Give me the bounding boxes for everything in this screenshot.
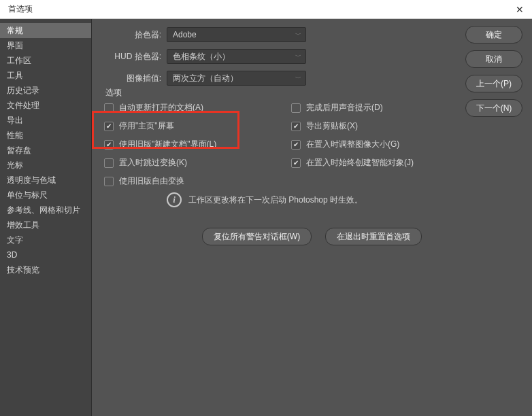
cancel-button[interactable]: 取消 (465, 50, 522, 68)
picker-select[interactable]: Adobe ﹀ (167, 27, 306, 42)
option-smart-object-on-place[interactable]: ✔ 在置入时始终创建智能对象(J) (291, 157, 525, 169)
sidebar-item-units[interactable]: 单位与标尺 (0, 188, 91, 203)
sidebar-item-history[interactable]: 历史记录 (0, 83, 91, 98)
dialog-buttons: 确定 取消 上一个(P) 下一个(N) (465, 26, 522, 117)
option-label: 导出剪贴板(X) (306, 120, 358, 132)
checkbox-icon[interactable]: ✔ (291, 140, 301, 150)
option-label: 置入时跳过变换(K) (119, 157, 187, 169)
interp-row: 图像插值: 两次立方（自动） ﹀ (99, 71, 525, 86)
options-grid: ✔ 自动更新打开的文档(A) ✔ 完成后用声音提示(D) ✔ 停用"主页"屏幕 … (99, 102, 525, 187)
sidebar-item-performance[interactable]: 性能 (0, 128, 91, 143)
option-legacy-new-doc[interactable]: ✔ 使用旧版"新建文档"界面(L) (104, 139, 291, 150)
option-label: 使用旧版"新建文档"界面(L) (119, 139, 216, 150)
chevron-down-icon: ﹀ (295, 31, 301, 39)
checkbox-icon[interactable]: ✔ (104, 177, 114, 186)
prev-button[interactable]: 上一个(P) (465, 75, 522, 92)
option-skip-transform[interactable]: ✔ 置入时跳过变换(K) (104, 157, 291, 169)
sidebar-item-3d[interactable]: 3D (0, 247, 91, 262)
interp-select[interactable]: 两次立方（自动） ﹀ (167, 71, 306, 86)
option-label: 停用"主页"屏幕 (119, 120, 174, 132)
checkbox-icon[interactable]: ✔ (104, 158, 114, 168)
reset-on-quit-button[interactable]: 在退出时重置首选项 (325, 228, 422, 245)
option-label: 在置入时始终创建智能对象(J) (306, 157, 414, 169)
picker-value: Adobe (173, 30, 197, 39)
checkbox-icon[interactable]: ✔ (291, 158, 301, 168)
info-icon: i (167, 192, 182, 207)
option-label: 使用旧版自由变换 (119, 175, 184, 187)
info-text: 工作区更改将在下一次启动 Photoshop 时生效。 (188, 194, 363, 206)
sidebar: 常规 界面 工作区 工具 历史记录 文件处理 导出 性能 暂存盘 光标 透明度与… (0, 19, 92, 416)
sidebar-item-file-handling[interactable]: 文件处理 (0, 98, 91, 113)
sidebar-item-export[interactable]: 导出 (0, 113, 91, 128)
bottom-buttons: 复位所有警告对话框(W) 在退出时重置首选项 (99, 228, 525, 245)
option-label: 在置入时调整图像大小(G) (306, 139, 399, 150)
sidebar-item-general[interactable]: 常规 (0, 23, 91, 38)
chevron-down-icon: ﹀ (295, 52, 301, 61)
sidebar-item-tech-preview[interactable]: 技术预览 (0, 262, 91, 277)
next-button[interactable]: 下一个(N) (465, 99, 522, 117)
interp-value: 两次立方（自动） (173, 73, 238, 84)
sidebar-item-plugins[interactable]: 增效工具 (0, 218, 91, 232)
sidebar-item-scratch-disks[interactable]: 暂存盘 (0, 143, 91, 158)
option-resize-on-place[interactable]: ✔ 在置入时调整图像大小(G) (291, 139, 525, 150)
content-panel: 拾色器: Adobe ﹀ HUD 拾色器: 色相条纹（小） ﹀ 图像插值: 两次… (92, 19, 532, 416)
option-auto-update[interactable]: ✔ 自动更新打开的文档(A) (104, 102, 291, 114)
sidebar-item-guides[interactable]: 参考线、网格和切片 (0, 203, 91, 218)
preferences-dialog: 常规 界面 工作区 工具 历史记录 文件处理 导出 性能 暂存盘 光标 透明度与… (0, 19, 532, 416)
hud-picker-value: 色相条纹（小） (173, 51, 230, 63)
sidebar-item-interface[interactable]: 界面 (0, 38, 91, 53)
interp-label: 图像插值: (99, 73, 161, 84)
close-icon[interactable]: ✕ (513, 3, 527, 16)
sidebar-item-type[interactable]: 文字 (0, 232, 91, 247)
sidebar-item-workspace[interactable]: 工作区 (0, 53, 91, 68)
checkbox-icon[interactable]: ✔ (104, 103, 114, 113)
option-label: 完成后用声音提示(D) (306, 102, 383, 114)
checkbox-icon[interactable]: ✔ (291, 122, 301, 131)
titlebar: 首选项 ✕ (0, 0, 532, 19)
window-title: 首选项 (5, 3, 33, 15)
hud-picker-row: HUD 拾色器: 色相条纹（小） ﹀ (99, 49, 525, 64)
hud-picker-select[interactable]: 色相条纹（小） ﹀ (167, 49, 306, 64)
checkbox-icon[interactable]: ✔ (104, 122, 114, 131)
option-export-clipboard[interactable]: ✔ 导出剪贴板(X) (291, 120, 525, 132)
options-fieldset: 选项 ✔ 自动更新打开的文档(A) ✔ 完成后用声音提示(D) ✔ 停用"主页"… (99, 92, 525, 254)
sidebar-item-transparency[interactable]: 透明度与色域 (0, 173, 91, 188)
chevron-down-icon: ﹀ (295, 74, 301, 83)
picker-row: 拾色器: Adobe ﹀ (99, 27, 525, 42)
ok-button[interactable]: 确定 (465, 26, 522, 44)
hud-picker-label: HUD 拾色器: (99, 51, 161, 63)
option-legacy-free-transform[interactable]: ✔ 使用旧版自由变换 (104, 175, 291, 187)
checkbox-icon[interactable]: ✔ (104, 140, 114, 150)
checkbox-icon[interactable]: ✔ (291, 103, 301, 113)
info-row: i 工作区更改将在下一次启动 Photoshop 时生效。 (99, 187, 525, 207)
sidebar-item-tools[interactable]: 工具 (0, 68, 91, 83)
option-label: 自动更新打开的文档(A) (119, 102, 203, 114)
picker-label: 拾色器: (99, 29, 161, 41)
reset-warnings-button[interactable]: 复位所有警告对话框(W) (202, 228, 312, 245)
sidebar-item-cursors[interactable]: 光标 (0, 158, 91, 173)
options-legend: 选项 (104, 87, 123, 99)
option-disable-home[interactable]: ✔ 停用"主页"屏幕 (104, 120, 291, 132)
